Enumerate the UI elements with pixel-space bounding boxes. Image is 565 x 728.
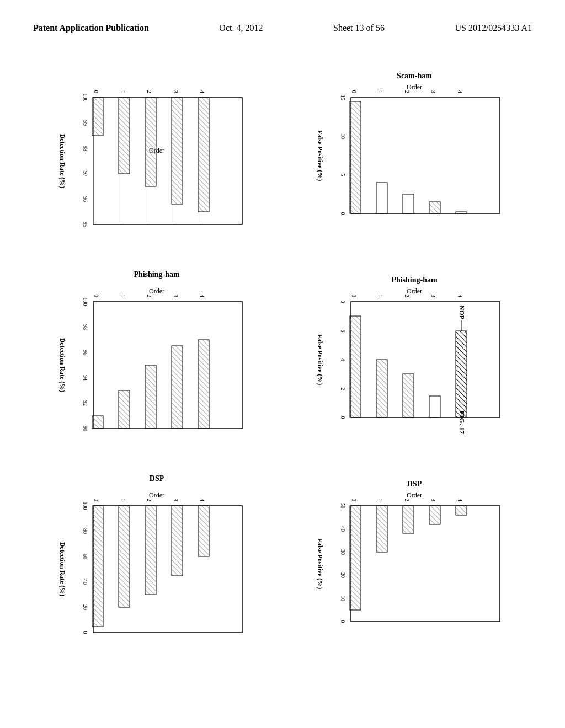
svg-text:0: 0 bbox=[340, 416, 346, 419]
svg-rect-43 bbox=[456, 212, 467, 213]
svg-text:98: 98 bbox=[82, 324, 88, 330]
svg-rect-64 bbox=[198, 340, 209, 429]
phishing-ham-detection-chart: Order 0 1 2 3 4 Detection Rate (%) 100 9… bbox=[33, 255, 274, 459]
svg-text:2: 2 bbox=[146, 499, 153, 502]
svg-rect-60 bbox=[92, 416, 103, 429]
svg-text:3: 3 bbox=[430, 90, 437, 94]
svg-rect-127 bbox=[376, 506, 387, 552]
chart-svg-dsp-fp: Order 0 1 2 3 4 False Positive (%) 50 40… bbox=[312, 478, 511, 644]
svg-text:Phishing-ham: Phishing-ham bbox=[391, 276, 438, 284]
svg-text:DSP: DSP bbox=[407, 480, 422, 488]
svg-rect-107 bbox=[145, 506, 156, 595]
svg-rect-85 bbox=[456, 331, 467, 417]
header-right: US 2012/0254333 A1 bbox=[455, 22, 532, 34]
chart-svg: Order 0 1 2 3 4 Detection Rate (%) 100 9… bbox=[55, 65, 253, 241]
svg-text:4: 4 bbox=[340, 358, 346, 361]
svg-rect-126 bbox=[350, 506, 361, 610]
svg-rect-108 bbox=[172, 506, 183, 576]
svg-text:80: 80 bbox=[82, 528, 88, 534]
svg-text:96: 96 bbox=[82, 196, 88, 202]
svg-text:3: 3 bbox=[173, 90, 179, 94]
svg-rect-1 bbox=[93, 98, 242, 224]
svg-text:False Positive (%): False Positive (%) bbox=[316, 334, 324, 386]
svg-text:2: 2 bbox=[340, 388, 346, 390]
svg-rect-129 bbox=[429, 506, 440, 524]
svg-text:40: 40 bbox=[340, 526, 346, 532]
header: Patent Application Publication Oct. 4, 2… bbox=[33, 22, 532, 34]
svg-text:20: 20 bbox=[82, 604, 88, 610]
svg-text:2: 2 bbox=[404, 499, 411, 502]
svg-text:1: 1 bbox=[377, 90, 384, 94]
svg-text:2: 2 bbox=[404, 90, 411, 94]
svg-text:4: 4 bbox=[457, 499, 463, 502]
svg-rect-82 bbox=[376, 360, 387, 417]
dsp-detection-chart: Order 0 1 2 3 4 Detection Rate (%) 100 8… bbox=[33, 459, 274, 663]
svg-rect-63 bbox=[172, 346, 183, 429]
svg-text:100: 100 bbox=[82, 502, 88, 510]
svg-rect-20 bbox=[92, 98, 103, 136]
chart-svg-phish-det: Order 0 1 2 3 4 Detection Rate (%) 100 9… bbox=[55, 269, 253, 445]
date-label: Oct. 4, 2012 bbox=[219, 23, 263, 33]
svg-text:4: 4 bbox=[457, 90, 463, 94]
svg-text:30: 30 bbox=[340, 549, 346, 555]
header-left: Patent Application Publication bbox=[33, 22, 149, 34]
svg-text:60: 60 bbox=[82, 554, 88, 559]
svg-text:95: 95 bbox=[82, 222, 88, 227]
chart-svg-fp: Order 0 1 2 3 4 False Positive (%) 15 10… bbox=[312, 70, 511, 235]
patent-number: US 2012/0254333 A1 bbox=[455, 23, 532, 33]
svg-text:NOP: NOP bbox=[458, 306, 466, 319]
svg-text:4: 4 bbox=[199, 90, 206, 94]
svg-text:20: 20 bbox=[340, 572, 346, 578]
svg-rect-62 bbox=[145, 365, 156, 429]
svg-text:Phishing-ham: Phishing-ham bbox=[134, 270, 180, 279]
svg-rect-128 bbox=[403, 506, 414, 533]
svg-rect-23 bbox=[172, 98, 183, 204]
svg-text:False Positive (%): False Positive (%) bbox=[316, 538, 324, 590]
page: Patent Application Publication Oct. 4, 2… bbox=[0, 0, 565, 728]
svg-text:Scam-ham: Scam-ham bbox=[139, 65, 174, 66]
svg-text:99: 99 bbox=[82, 120, 88, 126]
svg-text:0: 0 bbox=[340, 212, 346, 215]
svg-text:50: 50 bbox=[340, 503, 346, 508]
svg-rect-39 bbox=[350, 101, 361, 213]
svg-rect-91 bbox=[93, 506, 242, 633]
publication-label: Patent Application Publication bbox=[33, 23, 149, 33]
svg-text:0: 0 bbox=[82, 631, 88, 634]
scam-ham-fp-chart: Order 0 1 2 3 4 False Positive (%) 15 10… bbox=[291, 51, 532, 255]
svg-text:90: 90 bbox=[82, 426, 88, 431]
svg-rect-105 bbox=[92, 506, 103, 627]
svg-text:FIG. 17: FIG. 17 bbox=[458, 411, 466, 435]
svg-text:1: 1 bbox=[120, 499, 126, 502]
svg-text:0: 0 bbox=[93, 295, 100, 298]
svg-text:98: 98 bbox=[82, 146, 88, 151]
svg-text:100: 100 bbox=[82, 94, 88, 102]
svg-rect-84 bbox=[429, 396, 440, 417]
svg-text:1: 1 bbox=[120, 295, 126, 298]
header-center: Oct. 4, 2012 bbox=[219, 22, 263, 34]
svg-rect-27 bbox=[351, 98, 500, 213]
svg-text:4: 4 bbox=[457, 295, 463, 298]
svg-text:3: 3 bbox=[173, 295, 179, 298]
svg-text:0: 0 bbox=[351, 295, 358, 298]
svg-rect-83 bbox=[403, 374, 414, 417]
svg-text:0: 0 bbox=[93, 499, 100, 502]
svg-text:15: 15 bbox=[340, 95, 346, 100]
svg-rect-42 bbox=[429, 202, 440, 213]
dsp-fp-chart: Order 0 1 2 3 4 False Positive (%) 50 40… bbox=[291, 459, 532, 663]
svg-text:4: 4 bbox=[199, 295, 206, 298]
svg-text:40: 40 bbox=[82, 579, 88, 585]
svg-text:8: 8 bbox=[340, 301, 346, 303]
svg-text:10: 10 bbox=[340, 596, 346, 601]
svg-rect-46 bbox=[93, 302, 242, 429]
chart-svg-phish-fp: Order 0 1 2 3 4 False Positive (%) 8 6 4… bbox=[312, 274, 511, 440]
svg-text:10: 10 bbox=[340, 133, 346, 139]
svg-rect-22 bbox=[145, 98, 156, 186]
svg-text:2: 2 bbox=[404, 295, 411, 298]
svg-text:Detection Rate (%): Detection Rate (%) bbox=[58, 338, 66, 393]
svg-text:6: 6 bbox=[340, 330, 346, 333]
svg-rect-106 bbox=[119, 506, 130, 607]
svg-rect-61 bbox=[119, 390, 130, 429]
svg-text:2: 2 bbox=[146, 295, 153, 298]
svg-text:1: 1 bbox=[120, 90, 126, 94]
svg-text:4: 4 bbox=[199, 499, 206, 502]
